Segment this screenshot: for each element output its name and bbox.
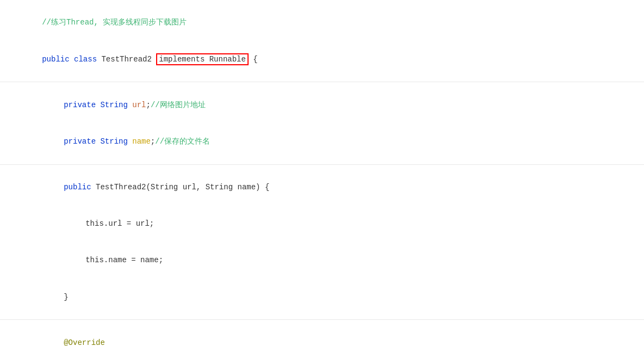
line-comment: //练习Thread, 实现多线程同步下载图片 bbox=[0, 4, 644, 41]
comment-text: //练习Thread, 实现多线程同步下载图片 bbox=[42, 18, 187, 27]
line-constructor-sig: public TestThread2(String url, String na… bbox=[0, 169, 644, 206]
comment-name: ;//保存的文件名 bbox=[151, 137, 210, 146]
keyword-public: public bbox=[42, 55, 74, 64]
brace-constructor-close: } bbox=[64, 293, 68, 301]
section-fields: private String url;//网络图片地址 private Stri… bbox=[0, 82, 644, 164]
code-container: //练习Thread, 实现多线程同步下载图片 public class Tes… bbox=[0, 0, 644, 346]
indent bbox=[42, 137, 64, 146]
this-keyword2: this bbox=[85, 256, 104, 264]
comment-url: ;//网络图片地址 bbox=[146, 101, 205, 109]
assign-name: .name = name; bbox=[104, 256, 163, 264]
keyword-class: class bbox=[74, 55, 101, 64]
annotation-override: @Override bbox=[64, 338, 105, 346]
line-constructor-close: } bbox=[0, 279, 644, 315]
indent bbox=[42, 101, 64, 109]
section-class-header: //练习Thread, 实现多线程同步下载图片 public class Tes… bbox=[0, 0, 644, 82]
implements-highlight: implements Runnable bbox=[156, 53, 249, 65]
constructor-name: TestThread2(String url, String name) { bbox=[96, 183, 269, 191]
line-class-decl: public class TestThread2 implements Runn… bbox=[0, 41, 644, 77]
var-name: name bbox=[132, 137, 151, 146]
var-url: url bbox=[132, 101, 146, 109]
line-this-name: this.name = name; bbox=[0, 242, 644, 279]
kw-public-constructor: public bbox=[64, 183, 96, 191]
assign-url: .url = url; bbox=[104, 219, 154, 228]
kw-string1: String bbox=[100, 101, 132, 109]
line-name-field: private String name;//保存的文件名 bbox=[0, 123, 644, 160]
section-run-method: @Override public void run() { WebDownLoa… bbox=[0, 320, 644, 346]
class-name: TestThread2 bbox=[101, 55, 156, 64]
line-url-field: private String url;//网络图片地址 bbox=[0, 86, 644, 123]
kw-private1: private bbox=[64, 101, 100, 109]
this-keyword1: this bbox=[85, 219, 104, 228]
section-constructor: public TestThread2(String url, String na… bbox=[0, 165, 644, 320]
brace-open: { bbox=[249, 55, 258, 64]
kw-private2: private bbox=[64, 137, 100, 146]
line-this-url: this.url = url; bbox=[0, 206, 644, 242]
kw-string2: String bbox=[100, 137, 132, 146]
line-override: @Override bbox=[0, 324, 644, 346]
